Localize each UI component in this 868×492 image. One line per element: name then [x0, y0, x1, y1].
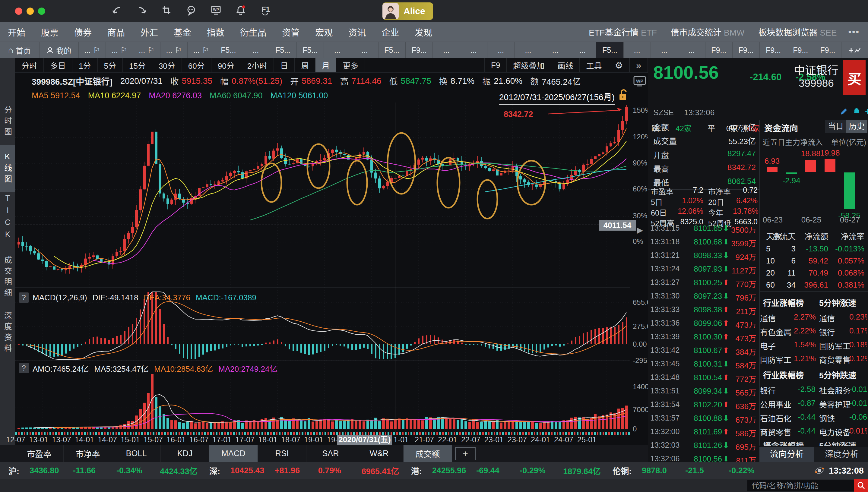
wp-monitor-icon[interactable]: WP [633, 76, 646, 87]
sidebar-item-K线图[interactable]: K线图 [0, 145, 15, 192]
menu-item-企业[interactable]: 企业 [374, 26, 407, 38]
wp-icon[interactable]: WP [211, 5, 221, 17]
menu-item-开始[interactable]: 开始 [0, 26, 33, 38]
workspace-tab-9[interactable]: F5... [269, 42, 296, 58]
workspace-tab-0[interactable]: ⌂首页 [0, 42, 40, 58]
toolbar-button-画线[interactable]: 画线 [551, 58, 579, 72]
add-watch-icon[interactable]: + [865, 107, 868, 116]
indicator-tab-BOLL[interactable]: BOLL [112, 445, 161, 462]
menu-app-SEE[interactable]: 板块数据浏览器SEE [756, 26, 837, 38]
workspace-tab-19[interactable]: ... [542, 42, 569, 58]
maximize-window-icon[interactable] [38, 7, 45, 15]
redo-icon[interactable] [136, 5, 147, 17]
indicator-tab-KDJ[interactable]: KDJ [161, 445, 209, 462]
workspace-tab-17[interactable]: ... [487, 42, 514, 58]
workspace-tab-28[interactable]: F9... [787, 42, 814, 58]
workspace-tab-4[interactable]: ...⚐ [133, 42, 161, 58]
period-button-60分[interactable]: 60分 [182, 58, 211, 72]
search-input[interactable]: 代码/名称/简拼/功能 [747, 480, 854, 491]
toolbar-button-工具[interactable]: 工具 [579, 58, 608, 72]
indicator-tab-RSI[interactable]: RSI [258, 445, 307, 462]
screenshot-icon[interactable] [161, 5, 172, 17]
sidebar-item-深度资料[interactable]: 深度资料 [0, 308, 15, 358]
period-button-15分[interactable]: 15分 [123, 58, 152, 72]
toolbar-button-F9[interactable]: F9 [484, 58, 506, 72]
menu-item-资管[interactable]: 资管 [274, 26, 307, 38]
menu-item-发现[interactable]: 发现 [407, 26, 440, 38]
new-tab-button[interactable] [841, 42, 868, 58]
panel-collapse-arrow[interactable]: ▶ [637, 225, 643, 235]
edit-pencil-icon[interactable] [840, 107, 848, 116]
workspace-tab-22[interactable]: ... [624, 42, 651, 58]
date-range-dropdown-icon[interactable]: ▼ [603, 92, 610, 100]
workspace-tab-25[interactable]: F9... [705, 42, 732, 58]
analysis-tab-流向分析[interactable]: 流向分析 [760, 447, 814, 462]
workspace-tab-23[interactable]: ... [651, 42, 678, 58]
workspace-tab-13[interactable]: F5... [379, 42, 406, 58]
fund-flow-tab-历史[interactable]: 历史 [846, 120, 867, 133]
period-button-更多[interactable]: 更多 [336, 58, 365, 72]
search-button[interactable] [854, 479, 868, 492]
alert-bell-icon[interactable] [852, 107, 861, 116]
indicator-tab-SAR[interactable]: SAR [307, 445, 355, 462]
workspace-tab-27[interactable]: F9... [760, 42, 787, 58]
period-button-分时[interactable]: 分时 [15, 58, 44, 72]
f1-icon[interactable]: F1 [260, 5, 271, 17]
workspace-tab-18[interactable]: ... [514, 42, 542, 58]
indicator-tab-市净率[interactable]: 市净率 [64, 445, 112, 462]
close-window-icon[interactable] [15, 7, 22, 15]
fund-flow-tab-当日[interactable]: 当日 [825, 120, 846, 133]
help-icon[interactable]: ? [19, 292, 29, 303]
user-badge[interactable]: Alice [382, 2, 433, 20]
workspace-tab-2[interactable]: ...⚐ [79, 42, 106, 58]
settings-gear-icon[interactable]: ⚙ [608, 58, 629, 72]
workspace-tab-1[interactable]: 我的 [40, 42, 79, 58]
menu-item-宏观[interactable]: 宏观 [307, 26, 340, 38]
menu-more-button[interactable]: ••• [848, 27, 860, 37]
workspace-tab-24[interactable]: ... [678, 42, 705, 58]
indicator-tab-成交额[interactable]: 成交额 [404, 445, 452, 462]
chat-icon[interactable] [186, 5, 197, 17]
period-button-多日[interactable]: 多日 [44, 58, 72, 72]
indicator-tab-W&R[interactable]: W&R [355, 445, 404, 462]
workspace-tab-7[interactable]: F5... [215, 42, 242, 58]
bell-icon[interactable] [235, 5, 246, 17]
kline-chart[interactable]: 8342.72 [15, 102, 630, 440]
traffic-lights[interactable] [15, 7, 49, 16]
menu-item-资讯[interactable]: 资讯 [340, 26, 374, 38]
minimize-window-icon[interactable] [27, 7, 34, 15]
period-button-5分[interactable]: 5分 [98, 58, 123, 72]
menu-item-外汇[interactable]: 外汇 [133, 26, 166, 38]
workspace-tab-20[interactable]: ... [569, 42, 596, 58]
period-button-90分[interactable]: 90分 [211, 58, 241, 72]
add-indicator-button[interactable]: + [455, 447, 476, 460]
menu-item-衍生品[interactable]: 衍生品 [232, 26, 274, 38]
workspace-tab-8[interactable]: ... [242, 42, 269, 58]
help-icon[interactable]: ? [19, 363, 29, 373]
period-button-2小时[interactable]: 2小时 [241, 58, 274, 72]
workspace-tab-14[interactable]: F9... [406, 42, 433, 58]
period-button-日[interactable]: 日 [274, 58, 295, 72]
analysis-tab-深度分析[interactable]: 深度分析 [814, 447, 868, 462]
sidebar-item-TICK[interactable]: TICK [0, 197, 15, 239]
menu-app-ETF[interactable]: ETF基金行情ETF [586, 26, 657, 38]
period-button-1分[interactable]: 1分 [72, 58, 97, 72]
menu-item-基金[interactable]: 基金 [166, 26, 199, 38]
menu-app-BMW[interactable]: 债市成交统计BMW [668, 26, 744, 38]
toolbar-button-超级叠加[interactable]: 超级叠加 [506, 58, 551, 72]
menu-item-指数[interactable]: 指数 [199, 26, 232, 38]
unlock-icon[interactable] [618, 89, 629, 101]
workspace-tab-29[interactable]: F9... [814, 42, 841, 58]
sidebar-item-成交明细[interactable]: 成交明细 [0, 253, 15, 302]
period-button-30分[interactable]: 30分 [152, 58, 182, 72]
workspace-tab-26[interactable]: F9... [732, 42, 760, 58]
workspace-tab-5[interactable]: ...⚐ [161, 42, 188, 58]
workspace-tab-21[interactable]: F5... [596, 42, 623, 58]
workspace-tab-15[interactable]: ... [433, 42, 460, 58]
menu-item-债券[interactable]: 债券 [66, 26, 99, 38]
menu-item-商品[interactable]: 商品 [99, 26, 133, 38]
undo-icon[interactable] [112, 5, 122, 17]
chart-minimap-strip[interactable] [15, 432, 630, 435]
period-button-周[interactable]: 周 [295, 58, 315, 72]
sidebar-item-分时图[interactable]: 分时图 [0, 99, 15, 145]
